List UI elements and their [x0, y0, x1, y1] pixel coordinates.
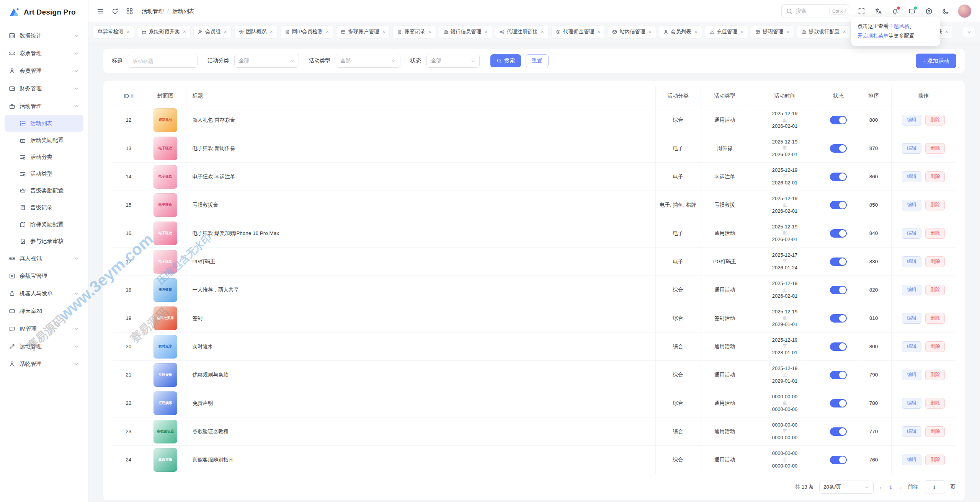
prev-page-button[interactable]: ‹ — [879, 484, 882, 491]
delete-button[interactable]: 删除 — [925, 143, 945, 154]
tab-site-mail[interactable]: 站内信管理× — [608, 26, 656, 38]
sidebar-item-activity-category[interactable]: 活动分类 — [5, 148, 83, 165]
close-icon[interactable]: × — [945, 29, 948, 35]
delete-button[interactable]: 删除 — [925, 341, 945, 352]
sidebar-item-promotion-reward-config[interactable]: 晋级奖励配置 — [5, 182, 83, 199]
status-toggle[interactable] — [830, 427, 847, 436]
sidebar-item-robots[interactable]: 机器人与发单 — [5, 285, 83, 302]
status-toggle[interactable] — [830, 173, 847, 181]
add-activity-button[interactable]: + 添加活动 — [916, 54, 957, 68]
status-toggle[interactable] — [830, 314, 847, 323]
status-toggle[interactable] — [830, 258, 847, 266]
delete-button[interactable]: 删除 — [925, 455, 945, 465]
edit-button[interactable]: 编辑 — [902, 171, 921, 182]
tab-agent-register-link[interactable]: 代理注册链接× — [495, 26, 548, 38]
close-icon[interactable]: × — [597, 29, 600, 35]
delete-button[interactable]: 删除 — [925, 200, 945, 210]
tab-withdraw-bank-config[interactable]: 提款银行配置× — [797, 26, 850, 38]
sidebar-item-ladder-reward-config[interactable]: 阶梯奖励配置 — [5, 216, 83, 233]
edit-button[interactable]: 编辑 — [902, 341, 921, 352]
sidebar-item-finance[interactable]: 财务管理 — [5, 80, 83, 97]
type-filter-select[interactable]: 全部 — [336, 54, 400, 68]
delete-button[interactable]: 删除 — [925, 370, 945, 380]
sidebar-item-data-stats[interactable]: 数据统计 — [5, 27, 83, 44]
close-icon[interactable]: × — [270, 29, 273, 35]
close-icon[interactable]: × — [428, 29, 431, 35]
tab-member-group[interactable]: 会员组× — [194, 26, 231, 38]
status-toggle[interactable] — [830, 399, 847, 407]
edit-button[interactable]: 编辑 — [902, 200, 921, 210]
search-input[interactable]: 搜索 Ctrl k — [781, 4, 849, 18]
reset-button[interactable]: 重置 — [526, 54, 549, 67]
sidebar-item-activities[interactable]: 活动管理 — [5, 97, 83, 115]
status-toggle[interactable] — [830, 201, 847, 209]
close-icon[interactable]: × — [183, 29, 186, 35]
sidebar-item-live-video[interactable]: 真人视讯 — [5, 249, 83, 267]
close-icon[interactable]: × — [224, 29, 227, 35]
tab-same-ip-check[interactable]: 同IP会员检测× — [281, 26, 333, 38]
close-icon[interactable]: × — [786, 29, 789, 35]
dark-mode-icon[interactable] — [941, 7, 950, 16]
delete-button[interactable]: 删除 — [925, 313, 945, 324]
page-size-select[interactable]: 20条/页 — [819, 481, 874, 494]
tab-withdraw-accounts[interactable]: 提现账户管理× — [336, 26, 389, 38]
edit-button[interactable]: 编辑 — [902, 398, 921, 409]
delete-button[interactable]: 删除 — [925, 171, 945, 182]
edit-button[interactable]: 编辑 — [902, 143, 921, 154]
edit-button[interactable]: 编辑 — [902, 285, 921, 295]
topbar-menu-link[interactable]: 开启顶栏菜单 — [858, 33, 889, 39]
tab-agent-commission[interactable]: 代理佣金管理× — [552, 26, 604, 38]
sidebar-item-participation-audit[interactable]: 参与记录审核 — [5, 233, 83, 249]
edit-button[interactable]: 编辑 — [902, 426, 921, 437]
close-icon[interactable]: × — [648, 29, 652, 35]
sidebar-item-lottery[interactable]: 彩票管理 — [5, 44, 83, 62]
status-toggle[interactable] — [830, 286, 847, 294]
sidebar-item-activity-type[interactable]: 活动类型 — [5, 165, 83, 182]
tab-withdraw[interactable]: 提现管理× — [751, 26, 794, 38]
edit-button[interactable]: 编辑 — [902, 256, 921, 267]
sidebar-item-ops[interactable]: 运维管理 — [5, 337, 83, 355]
status-filter-select[interactable]: 全部 — [426, 54, 480, 68]
sidebar-item-chatroom[interactable]: 聊天室28 — [5, 302, 83, 320]
delete-button[interactable]: 删除 — [925, 115, 945, 126]
tab-member-list[interactable]: 会员列表× — [659, 26, 702, 38]
sidebar-item-im[interactable]: IM管理 — [5, 320, 83, 337]
edit-button[interactable]: 编辑 — [902, 370, 921, 380]
status-toggle[interactable] — [830, 456, 847, 464]
close-icon[interactable]: × — [843, 29, 846, 35]
delete-button[interactable]: 删除 — [925, 398, 945, 409]
sort-icon[interactable] — [131, 94, 134, 98]
avatar[interactable] — [958, 4, 972, 18]
sidebar-item-yuebao[interactable]: 余额宝管理 — [5, 267, 83, 285]
sidebar-item-members[interactable]: 会员管理 — [5, 62, 83, 80]
sidebar-item-activity-reward-config[interactable]: 活动奖励配置 — [5, 132, 83, 148]
status-toggle[interactable] — [830, 371, 847, 379]
edit-button[interactable]: 编辑 — [902, 115, 921, 126]
close-icon[interactable]: × — [485, 29, 488, 35]
tab-recharge[interactable]: 充值管理× — [705, 26, 748, 38]
tab-order-anomaly[interactable]: 单异常检测× — [93, 26, 134, 38]
close-icon[interactable]: × — [694, 29, 697, 35]
current-page[interactable]: 1 — [888, 484, 894, 490]
tab-lottery-predraw[interactable]: 系统彩预开奖× — [137, 26, 190, 38]
close-icon[interactable]: × — [740, 29, 743, 35]
search-button[interactable]: 搜索 — [490, 54, 521, 67]
edit-button[interactable]: 编辑 — [902, 455, 921, 465]
settings-icon[interactable] — [924, 7, 933, 16]
refresh-icon[interactable] — [111, 7, 119, 15]
tabs-collapse-button[interactable] — [963, 27, 975, 37]
tab-team-overview[interactable]: 团队概况× — [235, 26, 277, 38]
close-icon[interactable]: × — [382, 29, 385, 35]
edit-button[interactable]: 编辑 — [902, 228, 921, 239]
delete-button[interactable]: 删除 — [925, 426, 945, 437]
sidebar-item-promotion-records[interactable]: 晋级记录 — [5, 199, 83, 216]
status-toggle[interactable] — [830, 229, 847, 238]
delete-button[interactable]: 删除 — [925, 285, 945, 295]
status-toggle[interactable] — [830, 116, 847, 124]
close-icon[interactable]: × — [326, 29, 329, 35]
translate-icon[interactable] — [874, 7, 883, 16]
breadcrumb-parent[interactable]: 活动管理 — [142, 8, 164, 15]
delete-button[interactable]: 删除 — [925, 228, 945, 239]
close-icon[interactable]: × — [541, 29, 544, 35]
edit-button[interactable]: 编辑 — [902, 313, 921, 324]
